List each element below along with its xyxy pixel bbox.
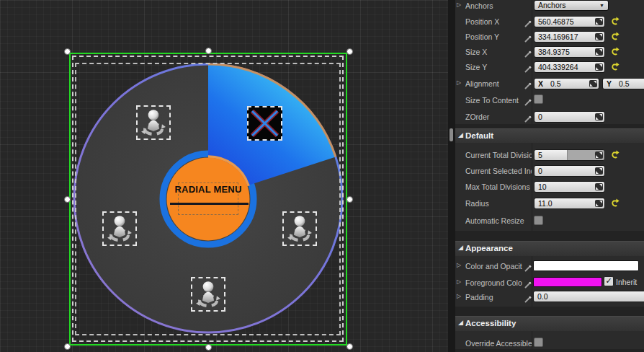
bind-icon[interactable]	[524, 48, 532, 56]
category-default[interactable]: Default	[455, 128, 644, 143]
current-selected-index-field[interactable]: 0	[534, 165, 605, 177]
designer-canvas[interactable]: RADIAL MENU	[0, 0, 448, 352]
alignment-label: Alignment	[465, 79, 532, 88]
resize-handle-right[interactable]	[346, 196, 353, 203]
alignment-x-field[interactable]: X 0.5	[534, 78, 599, 89]
reset-to-default-button[interactable]	[610, 17, 620, 27]
size-x-field[interactable]: 384.9375	[534, 46, 605, 58]
expander-icon[interactable]	[457, 293, 461, 299]
category-label: Appearance	[465, 244, 513, 252]
size-to-content-checkbox[interactable]	[534, 94, 543, 104]
spinbox-icon[interactable]	[595, 33, 603, 40]
zorder-label: ZOrder	[465, 113, 532, 121]
resize-handle-left[interactable]	[64, 196, 71, 203]
automatic-resize-checkbox[interactable]	[534, 216, 543, 225]
reset-to-default-button[interactable]	[610, 198, 620, 208]
reset-to-default-button[interactable]	[610, 47, 620, 57]
spinbox-icon[interactable]	[595, 183, 603, 190]
current-total-divisions-field[interactable]: 5	[534, 149, 605, 161]
spinbox-icon[interactable]	[595, 63, 603, 71]
category-label: Default	[465, 131, 493, 140]
inherit-checkbox[interactable]	[604, 276, 614, 286]
resize-handle-bottom-right[interactable]	[346, 343, 353, 350]
position-x-field[interactable]: 560.46875	[534, 16, 605, 27]
size-y-field[interactable]: 404.339264	[534, 61, 605, 73]
position-y-field[interactable]: 334.169617	[534, 31, 605, 43]
spinbox-icon[interactable]	[589, 80, 597, 87]
bind-icon[interactable]	[524, 263, 532, 270]
reset-to-default-button[interactable]	[610, 62, 620, 72]
missing-texture-image[interactable]	[247, 106, 282, 141]
expander-icon[interactable]	[457, 79, 461, 86]
size-x-label: Size X	[465, 48, 532, 56]
reset-to-default-button[interactable]	[610, 150, 620, 160]
override-accessible-checkbox[interactable]	[534, 338, 543, 347]
bind-icon[interactable]	[524, 294, 532, 302]
category-expanded-icon	[458, 244, 463, 251]
bind-icon[interactable]	[524, 80, 532, 88]
spinbox-icon[interactable]	[595, 48, 603, 56]
spinbox-icon[interactable]	[595, 167, 603, 175]
category-accessibility[interactable]: Accessibility	[455, 316, 644, 331]
size-to-content-label: Size To Content	[465, 96, 532, 105]
pawn-image-left[interactable]	[102, 211, 137, 246]
current-total-divisions-label: Current Total Divisio	[465, 151, 532, 159]
details-panel: Anchors Anchors Position X 560.46875 Pos…	[455, 0, 644, 352]
resize-handle-top[interactable]	[205, 48, 212, 54]
pawn-icon	[284, 213, 316, 245]
section-gap	[455, 349, 644, 352]
foreground-color-swatch[interactable]	[533, 277, 602, 287]
bind-icon[interactable]	[524, 33, 532, 41]
panel-splitter[interactable]	[448, 0, 455, 352]
category-label: Accessibility	[465, 319, 516, 327]
zorder-field[interactable]: 0	[534, 111, 605, 123]
pawn-image-right[interactable]	[282, 211, 317, 246]
size-y-label: Size Y	[465, 63, 532, 71]
resize-handle-top-left[interactable]	[64, 48, 71, 55]
anchors-dropdown[interactable]: Anchors	[534, 0, 609, 11]
position-y-label: Position Y	[465, 32, 532, 41]
bind-icon[interactable]	[524, 18, 532, 26]
column-divider	[532, 0, 532, 352]
position-x-label: Position X	[465, 17, 532, 26]
resize-handle-top-right[interactable]	[346, 48, 353, 55]
category-appearance[interactable]: Appearance	[455, 241, 644, 256]
pawn-image-bottom[interactable]	[191, 277, 225, 312]
bind-icon[interactable]	[524, 97, 532, 105]
foreground-color-label: Foreground Colo	[465, 278, 523, 287]
inherit-label: Inherit	[616, 278, 637, 286]
alignment-y-field[interactable]: Y 0.5	[602, 78, 644, 89]
pawn-icon	[104, 213, 135, 245]
spinbox-icon[interactable]	[595, 200, 603, 207]
max-total-divisions-label: Max Total Divisions	[465, 182, 532, 191]
umg-widget-designer: RADIAL MENU Anchors Anchors Position X 5…	[0, 0, 644, 352]
splitter-grip[interactable]	[450, 128, 453, 141]
expander-icon[interactable]	[457, 1, 461, 8]
override-accessible-label: Override Accessible	[465, 339, 532, 348]
pawn-icon	[192, 278, 224, 310]
padding-field[interactable]: 0.0	[533, 291, 644, 302]
color-and-opacity-swatch[interactable]	[533, 260, 639, 271]
bind-icon[interactable]	[524, 63, 532, 71]
radius-field[interactable]: 11.0	[534, 198, 605, 209]
current-selected-index-label: Current Selected Inc	[465, 167, 532, 175]
expander-icon[interactable]	[457, 278, 461, 285]
category-expanded-icon	[458, 319, 463, 326]
automatic-resize-label: Automatic Resize	[465, 216, 532, 225]
radius-label: Radius	[465, 199, 532, 208]
anchors-label: Anchors	[465, 1, 532, 10]
spinbox-icon[interactable]	[595, 151, 603, 159]
bind-icon[interactable]	[524, 279, 532, 287]
max-total-divisions-field[interactable]: 10	[534, 181, 605, 193]
padding-label: Padding	[465, 293, 523, 302]
expander-icon[interactable]	[457, 262, 461, 268]
bind-icon[interactable]	[524, 113, 532, 121]
resize-handle-bottom[interactable]	[205, 344, 212, 351]
resize-handle-bottom-left[interactable]	[64, 343, 71, 350]
spinbox-icon[interactable]	[595, 18, 603, 25]
spinbox-icon[interactable]	[595, 113, 603, 120]
pawn-image-top-left[interactable]	[136, 105, 171, 140]
radial-menu-title[interactable]: RADIAL MENU	[169, 184, 247, 195]
reset-to-default-button[interactable]	[610, 32, 620, 42]
section-gap	[455, 231, 644, 241]
